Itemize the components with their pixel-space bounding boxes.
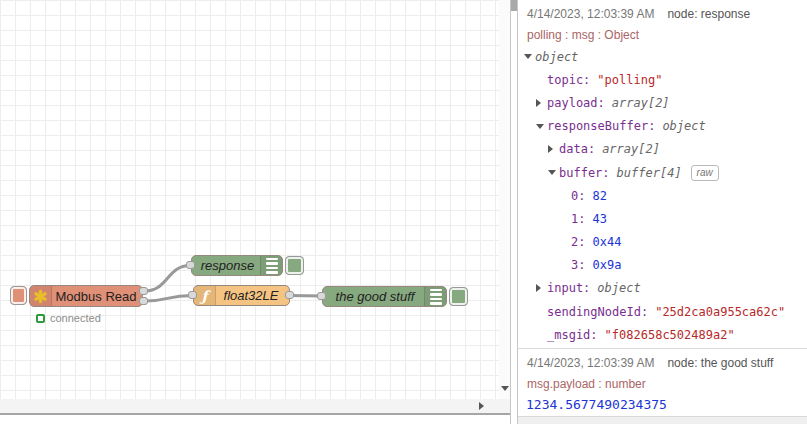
json-string-value: "25d2ca0a955ca62c": [655, 305, 785, 319]
node-label: Modbus Read: [52, 286, 140, 306]
input-port[interactable]: [188, 291, 197, 299]
collapse-arrow-icon[interactable]: [524, 54, 535, 59]
message-source-node: node: response: [667, 7, 750, 21]
function-f-icon: ƒ: [201, 289, 207, 303]
message-timestamp: 4/14/2023, 12:03:39 AM: [527, 356, 654, 370]
json-number-value: 43: [592, 212, 606, 226]
debug-toggle-button[interactable]: [285, 256, 304, 275]
json-row: 1: 43: [518, 207, 807, 230]
debug-icon-strip: [424, 287, 446, 306]
node-status: connected: [36, 312, 101, 324]
json-row: responseBuffer: object: [518, 115, 807, 138]
json-key: payload:: [547, 96, 605, 110]
json-type: object: [597, 281, 640, 295]
json-row: object: [518, 45, 807, 68]
json-row: input: object: [518, 277, 807, 300]
json-row: sendingNodeId: "25d2ca0a955ca62c": [518, 300, 807, 323]
output-port[interactable]: [285, 291, 294, 299]
collapse-arrow-icon[interactable]: [548, 170, 559, 175]
modbus-node-button[interactable]: [10, 286, 27, 305]
debug-sidebar[interactable]: 4/14/2023, 12:03:39 AM node: response po…: [518, 0, 807, 424]
json-key: 1:: [571, 212, 585, 226]
json-key: responseBuffer:: [547, 119, 655, 133]
expand-arrow-icon[interactable]: [536, 99, 547, 107]
payload-number-value: 1234.5677490234375: [518, 394, 807, 414]
status-text: connected: [50, 312, 101, 324]
scroll-right-button[interactable]: [474, 399, 488, 413]
node-modbus-read[interactable]: Modbus Read: [29, 285, 143, 307]
node-label: the good stuff: [325, 287, 425, 306]
wire[interactable]: [145, 266, 190, 292]
debug-toggle-button[interactable]: [449, 287, 468, 306]
json-row: 3: 0x9a: [518, 254, 807, 277]
input-port[interactable]: [317, 292, 326, 300]
modbus-asterisk-icon: [33, 289, 48, 304]
json-type: object: [535, 50, 578, 64]
json-string-value: "polling": [597, 73, 662, 87]
json-row: data: array[2]: [518, 138, 807, 161]
sidebar-separator[interactable]: [510, 0, 518, 424]
node-float32le[interactable]: ƒ float32LE: [193, 285, 290, 306]
json-key: data:: [559, 142, 595, 156]
wire-layer: [0, 0, 501, 399]
debug-console-icon: [430, 288, 442, 306]
debug-panel-filler: [518, 417, 807, 424]
debug-message: 4/14/2023, 12:03:39 AM node: response po…: [518, 0, 807, 349]
output-port[interactable]: [139, 287, 148, 295]
json-key: 3:: [571, 258, 585, 272]
statusbar-spacer: [0, 415, 510, 424]
node-the-good-stuff[interactable]: the good stuff: [322, 286, 447, 307]
json-row: _msgid: "f082658c502489a2": [518, 323, 807, 346]
output-port[interactable]: [139, 297, 148, 305]
debug-icon-strip: [260, 256, 282, 275]
arrow-down-icon: [501, 386, 509, 391]
expand-arrow-icon[interactable]: [536, 284, 547, 292]
scroll-down-button[interactable]: [499, 381, 510, 395]
json-number-value: 0x44: [592, 235, 621, 249]
wire[interactable]: [145, 296, 192, 302]
json-string-value: "f082658c502489a2": [605, 328, 735, 342]
message-timestamp: 4/14/2023, 12:03:39 AM: [527, 7, 654, 21]
node-red-window: Modbus Read connected response ƒ float32…: [0, 0, 807, 424]
collapse-arrow-icon[interactable]: [536, 124, 547, 129]
debug-console-icon: [266, 257, 278, 275]
json-key: sendingNodeId:: [547, 305, 648, 319]
json-key: 2:: [571, 235, 585, 249]
json-key: topic:: [547, 73, 590, 87]
json-key: 0:: [571, 189, 585, 203]
json-row: payload: array[2]: [518, 91, 807, 114]
canvas-vertical-scrollbar[interactable]: [499, 0, 510, 399]
expand-arrow-icon[interactable]: [548, 145, 559, 153]
json-key: input:: [547, 281, 590, 295]
json-number-value: 0x9a: [592, 258, 621, 272]
node-response[interactable]: response: [191, 255, 283, 276]
json-type: array[2]: [602, 142, 660, 156]
json-key: _msgid:: [547, 328, 598, 342]
json-type: object: [662, 119, 705, 133]
scrollbar-thumb[interactable]: [511, 0, 517, 11]
node-label: response: [194, 256, 261, 275]
debug-message: 4/14/2023, 12:03:39 AM node: the good st…: [518, 349, 807, 417]
node-label: float32LE: [215, 286, 287, 305]
status-ring-icon: [36, 314, 45, 323]
message-topic: msg.payload : number: [518, 373, 807, 394]
json-type: array[2]: [612, 96, 670, 110]
json-number-value: 82: [592, 189, 606, 203]
canvas-horizontal-scrollbar[interactable]: [0, 399, 510, 415]
json-row: buffer: buffer[4] raw: [518, 161, 807, 184]
json-row: 2: 0x44: [518, 231, 807, 254]
json-row: topic: "polling": [518, 68, 807, 91]
json-type: buffer[4]: [617, 166, 682, 180]
message-meta: 4/14/2023, 12:03:39 AM node: response: [518, 3, 807, 24]
flow-canvas[interactable]: Modbus Read connected response ƒ float32…: [0, 0, 501, 399]
arrow-right-icon: [479, 402, 484, 410]
json-key: buffer:: [559, 166, 610, 180]
json-row: 0: 82: [518, 184, 807, 207]
function-icon-strip: ƒ: [194, 286, 216, 305]
raw-toggle-button[interactable]: raw: [691, 165, 719, 181]
message-source-node: node: the good stuff: [667, 356, 773, 370]
message-meta: 4/14/2023, 12:03:39 AM node: the good st…: [518, 352, 807, 373]
input-port[interactable]: [186, 261, 195, 269]
modbus-icon-strip: [30, 286, 52, 306]
message-topic: polling : msg : Object: [518, 24, 807, 45]
